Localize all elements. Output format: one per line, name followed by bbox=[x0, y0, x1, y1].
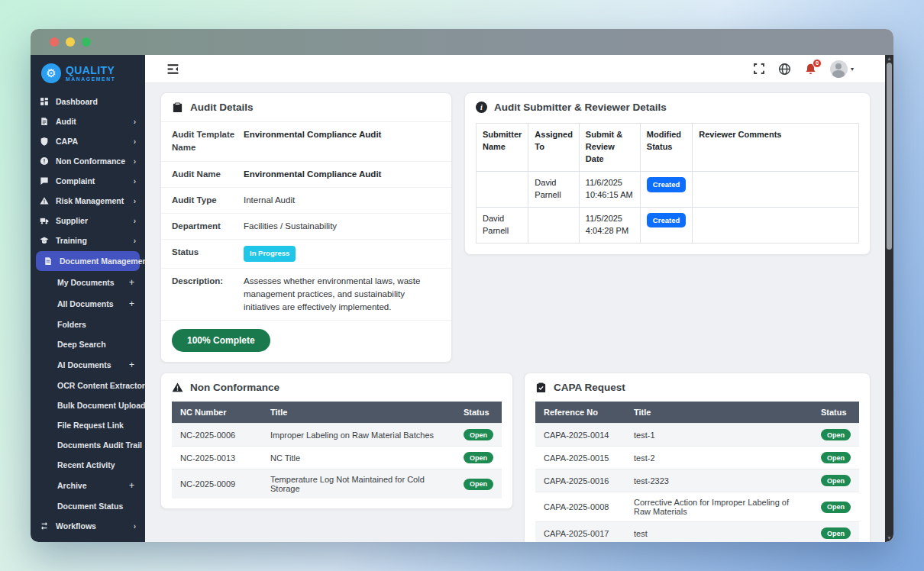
detail-label: Audit Name bbox=[172, 168, 244, 181]
vertical-scrollbar[interactable]: ▲ ▼ bbox=[885, 55, 893, 542]
sidebar-item-label: Audit bbox=[56, 117, 76, 126]
plus-icon[interactable]: + bbox=[129, 480, 134, 491]
clipboard-check-icon bbox=[535, 382, 547, 393]
column-header: Modified Status bbox=[640, 124, 692, 172]
dashboard-content: Audit Details Audit Template NameEnviron… bbox=[145, 83, 893, 542]
info-icon: i bbox=[476, 102, 487, 113]
minimize-window-button[interactable] bbox=[66, 37, 75, 47]
sidebar-item-audit[interactable]: Audit› bbox=[31, 111, 145, 131]
user-menu[interactable]: ▾ bbox=[830, 60, 854, 78]
sidebar-subitem-archive[interactable]: Archive+ bbox=[31, 475, 145, 496]
chevron-right-icon: › bbox=[134, 157, 136, 166]
table-cell: Created bbox=[640, 171, 692, 207]
detail-row: Audit NameEnvironmental Compliance Audit bbox=[161, 162, 451, 188]
table-cell: Open bbox=[813, 447, 859, 469]
status-badge: Open bbox=[821, 475, 851, 486]
table-row[interactable]: CAPA-2025-0008Corrective Action for Impr… bbox=[535, 492, 859, 522]
table-row: David Parnell11/5/2025 4:04:28 PMCreated bbox=[477, 207, 859, 243]
table-row[interactable]: CAPA-2025-0017testOpen bbox=[535, 522, 859, 542]
table-row[interactable]: NC-2025-0013NC TitleOpen bbox=[172, 447, 502, 469]
progress-complete-button[interactable]: 100% Complete bbox=[172, 329, 270, 352]
sidebar-item-label: My Workflows bbox=[56, 541, 109, 542]
scrollbar-down-arrow[interactable]: ▼ bbox=[885, 534, 893, 542]
logo-title: QUALITY bbox=[66, 65, 115, 76]
table-cell: Open bbox=[813, 469, 859, 492]
column-header: Submitter Name bbox=[477, 124, 528, 172]
table-cell: CAPA-2025-0017 bbox=[535, 522, 625, 542]
table-cell: David Parnell bbox=[477, 207, 528, 243]
table-cell: NC-2025-0006 bbox=[172, 424, 262, 447]
sidebar-subitem-recent-activity[interactable]: Recent Activity bbox=[31, 455, 145, 475]
notification-bell-icon[interactable]: 0 bbox=[804, 63, 817, 76]
sidebar-item-non-conformance[interactable]: Non Conformance› bbox=[31, 151, 145, 171]
sidebar-collapse-icon[interactable] bbox=[166, 63, 179, 76]
globe-icon[interactable] bbox=[778, 63, 791, 76]
table-cell bbox=[693, 171, 859, 207]
close-window-button[interactable] bbox=[50, 37, 59, 47]
sidebar-subitem-documents-audit-trail[interactable]: Documents Audit Trail bbox=[31, 435, 145, 455]
table-cell: CAPA-2025-0016 bbox=[535, 469, 625, 492]
sidebar-item-workflows[interactable]: Workflows› bbox=[31, 516, 145, 536]
sidebar-subitem-label: Folders bbox=[57, 320, 86, 329]
table-row[interactable]: NC-2025-0009Temperature Log Not Maintain… bbox=[172, 469, 502, 499]
table-row[interactable]: CAPA-2025-0014test-1Open bbox=[535, 424, 859, 447]
column-header: Title bbox=[262, 402, 455, 424]
sidebar-item-complaint[interactable]: Complaint› bbox=[31, 171, 145, 191]
column-header: Status bbox=[813, 402, 859, 424]
plus-icon[interactable]: + bbox=[129, 360, 134, 370]
logo-subtitle: MANAGEMENT bbox=[66, 77, 115, 82]
capa-request-card: CAPA Request Reference NoTitleStatus CAP… bbox=[524, 373, 871, 542]
sidebar-subitem-document-status[interactable]: Document Status bbox=[31, 496, 145, 516]
sidebar-item-dashboard[interactable]: Dashboard bbox=[31, 92, 145, 111]
chevron-right-icon: › bbox=[134, 217, 136, 225]
sidebar-subitem-folders[interactable]: Folders bbox=[31, 315, 145, 334]
app-logo[interactable]: ⚙ QUALITY MANAGEMENT bbox=[31, 55, 145, 90]
sidebar-subitem-my-documents[interactable]: My Documents+ bbox=[31, 272, 145, 293]
table-cell: Improper Labeling on Raw Material Batche… bbox=[262, 424, 455, 447]
table-row[interactable]: CAPA-2025-0015test-2Open bbox=[535, 447, 859, 469]
sidebar-item-document-management[interactable]: Document Management⌄ bbox=[36, 251, 140, 271]
chevron-right-icon: › bbox=[134, 118, 136, 126]
chevron-right-icon: › bbox=[134, 522, 136, 531]
window-titlebar[interactable] bbox=[31, 29, 893, 55]
sidebar-subitem-ocr-content-extractor[interactable]: OCR Content Extractor bbox=[31, 376, 145, 395]
detail-row: Audit TypeInternal Audit bbox=[161, 188, 451, 214]
table-cell: NC-2025-0009 bbox=[172, 469, 262, 499]
sidebar-item-capa[interactable]: CAPA› bbox=[31, 131, 145, 151]
fullscreen-icon[interactable] bbox=[753, 63, 765, 75]
sidebar-item-my-workflows[interactable]: My Workflows bbox=[31, 536, 145, 542]
topbar: 0 ▾ bbox=[145, 55, 893, 83]
sidebar-subitem-ai-documents[interactable]: AI Documents+ bbox=[31, 354, 145, 376]
detail-value: Environmental Compliance Audit bbox=[244, 128, 381, 155]
sidebar-item-training[interactable]: Training› bbox=[31, 231, 145, 250]
capa-request-table: Reference NoTitleStatus CAPA-2025-0014te… bbox=[535, 402, 859, 542]
table-row[interactable]: CAPA-2025-0016test-2323Open bbox=[535, 469, 859, 492]
sidebar-subitem-file-request-link[interactable]: File Request Link bbox=[31, 415, 145, 435]
card-title: Audit Submitter & Reviewer Details bbox=[494, 102, 667, 113]
table-cell: Open bbox=[813, 492, 859, 522]
detail-value: Environmental Compliance Audit bbox=[244, 168, 381, 181]
dashboard-icon bbox=[40, 97, 49, 106]
plus-icon[interactable]: + bbox=[129, 277, 134, 288]
warning-triangle-icon bbox=[172, 382, 183, 393]
sidebar-item-label: Dashboard bbox=[56, 97, 98, 106]
truck-icon bbox=[40, 216, 49, 225]
table-row[interactable]: NC-2025-0006Improper Labeling on Raw Mat… bbox=[172, 424, 502, 447]
plus-icon[interactable]: + bbox=[129, 298, 134, 309]
detail-value: Assesses whether environmental laws, was… bbox=[244, 275, 441, 315]
workflow-icon bbox=[40, 521, 49, 531]
sidebar-subitem-all-documents[interactable]: All Documents+ bbox=[31, 293, 145, 315]
sidebar-subitem-deep-search[interactable]: Deep Search bbox=[31, 334, 145, 354]
sidebar-item-supplier[interactable]: Supplier› bbox=[31, 211, 145, 231]
scrollbar-thumb[interactable] bbox=[887, 63, 892, 250]
gear-icon: ⚙ bbox=[41, 63, 61, 83]
document-icon bbox=[44, 256, 53, 266]
maximize-window-button[interactable] bbox=[82, 37, 91, 47]
chat-bubble-icon bbox=[40, 176, 49, 185]
detail-label: Status bbox=[172, 246, 244, 261]
audit-details-rows: Audit Template NameEnvironmental Complia… bbox=[161, 122, 451, 321]
table-cell: Open bbox=[455, 447, 502, 469]
sidebar-item-risk-management[interactable]: Risk Management› bbox=[31, 191, 145, 211]
scrollbar-up-arrow[interactable]: ▲ bbox=[885, 55, 893, 63]
sidebar-subitem-bulk-document-upload[interactable]: Bulk Document Upload bbox=[31, 395, 145, 415]
